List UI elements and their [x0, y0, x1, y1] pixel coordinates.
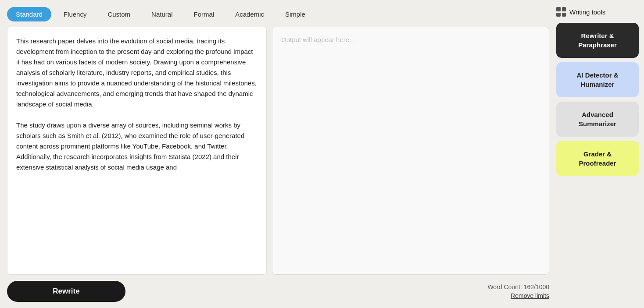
input-textarea[interactable] [7, 27, 266, 274]
grid-icon [556, 7, 566, 17]
tab-fluency[interactable]: Fluency [55, 7, 96, 21]
word-count-area: Word Count: 162/1000 Remove limits [487, 283, 549, 299]
tab-natural[interactable]: Natural [143, 7, 181, 21]
tool-ai-detector-label: AI Detector &Humanizer [576, 71, 618, 89]
tool-summarizer[interactable]: AdvancedSummarizer [556, 102, 639, 137]
writing-tools-header: Writing tools [556, 4, 639, 18]
right-sidebar: Writing tools Rewriter &Paraphraser AI D… [556, 0, 644, 308]
tab-academic[interactable]: Academic [226, 7, 273, 21]
tool-rewriter-label: Rewriter &Paraphraser [578, 31, 617, 50]
word-count-text: Word Count: 162/1000 [487, 283, 549, 290]
bottom-bar: Rewrite Word Count: 162/1000 Remove limi… [0, 275, 556, 308]
tool-grader[interactable]: Grader &Proofreader [556, 141, 639, 176]
rewrite-button[interactable]: Rewrite [7, 281, 125, 302]
tool-rewriter[interactable]: Rewriter &Paraphraser [556, 23, 639, 58]
input-panel [7, 27, 267, 275]
tab-simple[interactable]: Simple [276, 7, 314, 21]
remove-limits-link[interactable]: Remove limits [511, 292, 549, 299]
tool-summarizer-label: AdvancedSummarizer [579, 110, 616, 128]
mode-tabs: Standard Fluency Custom Natural Formal A… [7, 7, 549, 21]
tool-grader-label: Grader &Proofreader [579, 149, 616, 168]
output-panel: Output will appear here... [272, 27, 549, 275]
tab-custom[interactable]: Custom [99, 7, 139, 21]
output-placeholder: Output will appear here... [281, 36, 355, 43]
tool-ai-detector[interactable]: AI Detector &Humanizer [556, 62, 639, 97]
writing-tools-label: Writing tools [569, 8, 605, 16]
tab-formal[interactable]: Formal [185, 7, 223, 21]
tab-standard[interactable]: Standard [7, 7, 51, 21]
editor-panels: Output will appear here... [7, 27, 549, 275]
